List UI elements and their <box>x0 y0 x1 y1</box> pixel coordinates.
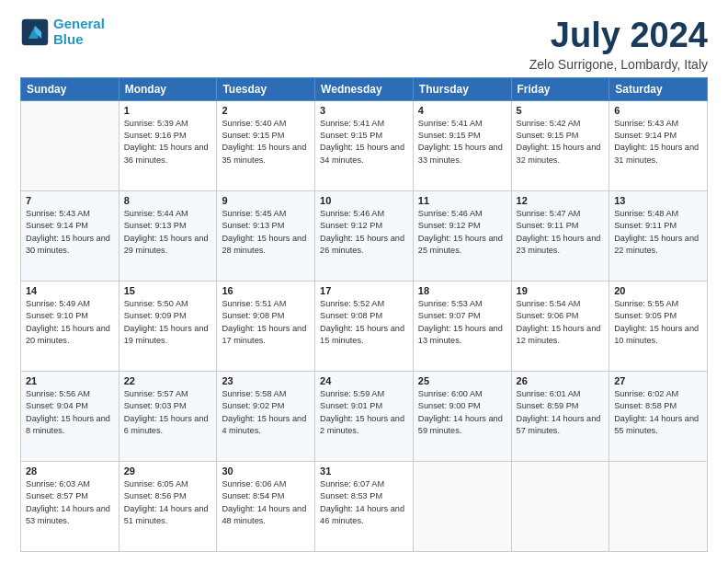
day-number: 2 <box>222 105 310 116</box>
day-number: 21 <box>26 375 114 386</box>
day-info: Sunrise: 5:47 AMSunset: 9:11 PMDaylight:… <box>517 208 605 257</box>
day-number: 6 <box>614 105 702 116</box>
day-number: 23 <box>222 375 310 386</box>
day-cell: 31Sunrise: 6:07 AMSunset: 8:53 PMDayligh… <box>315 461 414 551</box>
day-cell: 30Sunrise: 6:06 AMSunset: 8:54 PMDayligh… <box>217 461 315 551</box>
day-number: 5 <box>517 105 605 116</box>
day-info: Sunrise: 5:41 AMSunset: 9:15 PMDaylight:… <box>320 118 408 167</box>
day-number: 3 <box>320 105 408 116</box>
day-info: Sunrise: 6:03 AMSunset: 8:57 PMDaylight:… <box>26 478 114 527</box>
day-cell <box>21 100 119 190</box>
day-cell: 4Sunrise: 5:41 AMSunset: 9:15 PMDaylight… <box>413 100 511 190</box>
col-header-friday: Friday <box>511 77 609 100</box>
day-info: Sunrise: 6:07 AMSunset: 8:53 PMDaylight:… <box>320 478 408 527</box>
day-number: 18 <box>418 285 506 296</box>
logo-general: General <box>53 16 105 31</box>
day-number: 27 <box>614 375 702 386</box>
day-cell: 14Sunrise: 5:49 AMSunset: 9:10 PMDayligh… <box>21 281 119 371</box>
day-number: 16 <box>222 285 310 296</box>
day-info: Sunrise: 6:02 AMSunset: 8:58 PMDaylight:… <box>614 388 702 437</box>
day-cell: 24Sunrise: 5:59 AMSunset: 9:01 PMDayligh… <box>315 371 414 461</box>
day-info: Sunrise: 5:39 AMSunset: 9:16 PMDaylight:… <box>124 118 212 167</box>
col-header-monday: Monday <box>119 77 217 100</box>
day-info: Sunrise: 5:43 AMSunset: 9:14 PMDaylight:… <box>26 208 114 257</box>
week-row-5: 28Sunrise: 6:03 AMSunset: 8:57 PMDayligh… <box>21 461 708 551</box>
day-cell: 20Sunrise: 5:55 AMSunset: 9:05 PMDayligh… <box>609 281 708 371</box>
day-info: Sunrise: 5:58 AMSunset: 9:02 PMDaylight:… <box>222 388 310 437</box>
day-cell: 1Sunrise: 5:39 AMSunset: 9:16 PMDaylight… <box>119 100 217 190</box>
day-number: 20 <box>614 285 702 296</box>
day-number: 4 <box>418 105 506 116</box>
col-header-sunday: Sunday <box>21 77 119 100</box>
page: General Blue July 2024 Zelo Surrigone, L… <box>0 0 728 563</box>
day-info: Sunrise: 5:43 AMSunset: 9:14 PMDaylight:… <box>614 118 702 167</box>
day-number: 24 <box>320 375 408 386</box>
day-info: Sunrise: 5:42 AMSunset: 9:15 PMDaylight:… <box>517 118 605 167</box>
col-header-tuesday: Tuesday <box>217 77 315 100</box>
day-number: 7 <box>26 195 114 206</box>
day-cell: 15Sunrise: 5:50 AMSunset: 9:09 PMDayligh… <box>119 281 217 371</box>
day-info: Sunrise: 5:48 AMSunset: 9:11 PMDaylight:… <box>614 208 702 257</box>
day-cell: 13Sunrise: 5:48 AMSunset: 9:11 PMDayligh… <box>609 190 708 281</box>
day-number: 17 <box>320 285 408 296</box>
col-header-thursday: Thursday <box>413 77 511 100</box>
day-info: Sunrise: 5:57 AMSunset: 9:03 PMDaylight:… <box>124 388 212 437</box>
col-header-wednesday: Wednesday <box>315 77 414 100</box>
day-number: 19 <box>517 285 605 296</box>
day-cell: 8Sunrise: 5:44 AMSunset: 9:13 PMDaylight… <box>119 190 217 281</box>
logo-blue: Blue <box>53 31 84 47</box>
day-cell: 10Sunrise: 5:46 AMSunset: 9:12 PMDayligh… <box>315 190 414 281</box>
day-cell: 25Sunrise: 6:00 AMSunset: 9:00 PMDayligh… <box>413 371 511 461</box>
day-cell: 3Sunrise: 5:41 AMSunset: 9:15 PMDaylight… <box>315 100 414 190</box>
day-number: 28 <box>26 465 114 477</box>
day-number: 11 <box>418 195 506 206</box>
day-cell <box>511 461 609 551</box>
day-number: 9 <box>222 195 310 206</box>
day-info: Sunrise: 5:49 AMSunset: 9:10 PMDaylight:… <box>26 298 114 347</box>
day-cell: 27Sunrise: 6:02 AMSunset: 8:58 PMDayligh… <box>609 371 708 461</box>
day-number: 30 <box>222 465 310 477</box>
calendar-table: SundayMondayTuesdayWednesdayThursdayFrid… <box>20 77 708 552</box>
day-cell: 19Sunrise: 5:54 AMSunset: 9:06 PMDayligh… <box>511 281 609 371</box>
day-cell: 28Sunrise: 6:03 AMSunset: 8:57 PMDayligh… <box>21 461 119 551</box>
day-cell: 22Sunrise: 5:57 AMSunset: 9:03 PMDayligh… <box>119 371 217 461</box>
day-cell: 16Sunrise: 5:51 AMSunset: 9:08 PMDayligh… <box>217 281 315 371</box>
day-info: Sunrise: 5:59 AMSunset: 9:01 PMDaylight:… <box>320 388 408 437</box>
day-info: Sunrise: 6:01 AMSunset: 8:59 PMDaylight:… <box>517 388 605 437</box>
day-info: Sunrise: 5:51 AMSunset: 9:08 PMDaylight:… <box>222 298 310 347</box>
day-number: 31 <box>320 465 408 477</box>
day-info: Sunrise: 5:41 AMSunset: 9:15 PMDaylight:… <box>418 118 506 167</box>
day-number: 1 <box>124 105 212 116</box>
day-cell: 17Sunrise: 5:52 AMSunset: 9:08 PMDayligh… <box>315 281 414 371</box>
day-cell: 18Sunrise: 5:53 AMSunset: 9:07 PMDayligh… <box>413 281 511 371</box>
day-cell: 11Sunrise: 5:46 AMSunset: 9:12 PMDayligh… <box>413 190 511 281</box>
day-number: 22 <box>124 375 212 386</box>
day-info: Sunrise: 5:54 AMSunset: 9:06 PMDaylight:… <box>517 298 605 347</box>
day-number: 25 <box>418 375 506 386</box>
logo-icon <box>20 17 50 47</box>
day-info: Sunrise: 5:55 AMSunset: 9:05 PMDaylight:… <box>614 298 702 347</box>
week-row-1: 1Sunrise: 5:39 AMSunset: 9:16 PMDaylight… <box>21 100 708 190</box>
day-cell: 29Sunrise: 6:05 AMSunset: 8:56 PMDayligh… <box>119 461 217 551</box>
day-number: 15 <box>124 285 212 296</box>
day-number: 26 <box>517 375 605 386</box>
day-number: 12 <box>517 195 605 206</box>
header-row: SundayMondayTuesdayWednesdayThursdayFrid… <box>21 77 708 100</box>
day-cell: 23Sunrise: 5:58 AMSunset: 9:02 PMDayligh… <box>217 371 315 461</box>
location: Zelo Surrigone, Lombardy, Italy <box>529 57 708 72</box>
day-cell: 9Sunrise: 5:45 AMSunset: 9:13 PMDaylight… <box>217 190 315 281</box>
day-info: Sunrise: 6:05 AMSunset: 8:56 PMDaylight:… <box>124 478 212 527</box>
day-number: 8 <box>124 195 212 206</box>
day-number: 13 <box>614 195 702 206</box>
logo-text: General Blue <box>53 17 105 47</box>
logo: General Blue <box>20 17 105 47</box>
day-info: Sunrise: 5:40 AMSunset: 9:15 PMDaylight:… <box>222 118 310 167</box>
title-block: July 2024 Zelo Surrigone, Lombardy, Ital… <box>529 17 708 72</box>
day-number: 29 <box>124 465 212 477</box>
day-info: Sunrise: 5:50 AMSunset: 9:09 PMDaylight:… <box>124 298 212 347</box>
day-cell <box>609 461 708 551</box>
day-cell: 21Sunrise: 5:56 AMSunset: 9:04 PMDayligh… <box>21 371 119 461</box>
day-cell: 26Sunrise: 6:01 AMSunset: 8:59 PMDayligh… <box>511 371 609 461</box>
header: General Blue July 2024 Zelo Surrigone, L… <box>20 17 708 72</box>
day-info: Sunrise: 5:52 AMSunset: 9:08 PMDaylight:… <box>320 298 408 347</box>
